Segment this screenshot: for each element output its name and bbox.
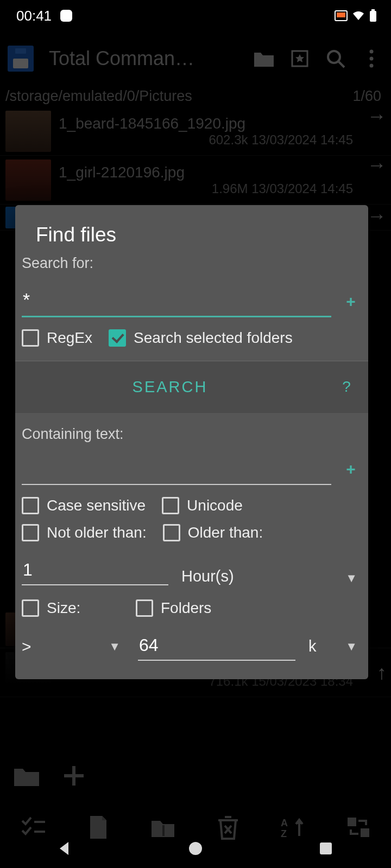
add-text-button[interactable]: + [340, 460, 362, 485]
path-row: /storage/emulated/0/Pictures 1/60 [0, 86, 391, 107]
search-for-input[interactable] [22, 285, 331, 317]
overflow-icon [360, 47, 383, 71]
search-button[interactable]: SEARCH [15, 378, 325, 396]
regex-checkbox[interactable]: RegEx [22, 329, 92, 347]
svg-point-15 [189, 842, 202, 855]
file-row: 1_girl-2120196.jpg 1.96M 13/03/2024 14:4… [0, 156, 391, 205]
size-op-value: > [22, 637, 31, 656]
size-unit-value: k [308, 637, 317, 655]
arrow-right-icon: → [367, 154, 387, 176]
checkbox-icon [22, 497, 39, 514]
folders-label: Folders [161, 599, 211, 617]
folder-icon [13, 764, 40, 787]
thumbnail [5, 159, 51, 201]
case-sensitive-checkbox[interactable]: Case sensitive [22, 497, 146, 514]
ssf-label: Search selected folders [134, 329, 293, 347]
quick-toolbar [0, 749, 391, 803]
file-meta: 1.96M 13/03/2024 14:45 [212, 181, 391, 196]
folder-icon [252, 47, 276, 71]
nav-back-button[interactable] [55, 839, 75, 858]
svg-rect-3 [371, 9, 375, 11]
file-name: 1_girl-2120196.jpg [59, 164, 391, 181]
current-path: /storage/emulated/0/Pictures [5, 88, 192, 105]
containing-label: Containing text: [22, 423, 362, 443]
app-bar: Total Comman… [0, 31, 391, 86]
checkbox-icon [163, 524, 180, 541]
arrow-up-icon: ↑ [377, 661, 387, 684]
not-older-than-checkbox[interactable]: Not older than: [22, 524, 147, 541]
app-icon [8, 46, 34, 72]
size-checkbox[interactable]: Size: [22, 599, 119, 617]
svg-point-9 [370, 64, 374, 68]
checkbox-icon [162, 497, 179, 514]
older-than-checkbox[interactable]: Older than: [163, 524, 263, 541]
thumbnail [5, 111, 51, 152]
chevron-down-icon: ▼ [104, 640, 125, 654]
search-icon [324, 47, 348, 71]
status-bar: 00:41 [0, 0, 391, 31]
older-label: Older than: [188, 524, 263, 541]
case-label: Case sensitive [47, 497, 146, 514]
svg-text:A: A [281, 818, 288, 828]
svg-point-8 [370, 57, 374, 61]
checkbox-icon [22, 524, 39, 541]
age-value-input[interactable] [22, 557, 168, 585]
dialog-title: Find files [15, 224, 368, 252]
battery-icon [369, 9, 377, 22]
notification-icon [60, 10, 72, 22]
regex-label: RegEx [47, 329, 92, 347]
arrow-right-icon: → [367, 205, 387, 227]
checkbox-icon [136, 599, 153, 617]
unicode-label: Unicode [187, 497, 243, 514]
cast-icon [335, 10, 348, 21]
svg-rect-2 [370, 11, 376, 22]
nav-bar [0, 829, 391, 868]
wifi-icon [352, 10, 365, 21]
chevron-down-icon: ▼ [341, 640, 362, 654]
checkbox-icon [22, 599, 39, 617]
unicode-checkbox[interactable]: Unicode [162, 497, 243, 514]
chevron-down-icon: ▼ [341, 571, 362, 585]
help-button[interactable]: ? [325, 378, 368, 395]
checkbox-icon [22, 329, 39, 347]
bookmark-icon [288, 47, 312, 71]
size-label: Size: [47, 599, 80, 617]
not-older-label: Not older than: [47, 524, 147, 541]
svg-point-7 [370, 50, 374, 54]
file-counter: 1/60 [352, 88, 381, 105]
arrow-right-icon: → [367, 105, 387, 127]
plus-icon [62, 764, 86, 788]
file-meta: 602.3k 13/03/2024 14:45 [209, 132, 391, 148]
svg-rect-16 [320, 843, 332, 854]
svg-point-5 [328, 51, 340, 63]
svg-rect-4 [292, 51, 307, 66]
svg-rect-13 [348, 818, 356, 826]
svg-rect-1 [337, 12, 345, 17]
app-title: Total Comman… [49, 47, 240, 70]
nav-home-button[interactable] [186, 839, 205, 858]
file-name: 1_beard-1845166_1920.jpg [59, 115, 391, 132]
age-unit-select[interactable]: Hour(s) [181, 567, 328, 585]
size-value-input[interactable] [138, 632, 295, 661]
file-row: 1_beard-1845166_1920.jpg 602.3k 13/03/20… [0, 107, 391, 156]
checkbox-checked-icon [109, 329, 126, 347]
search-for-label: Search for: [22, 252, 362, 272]
folders-checkbox[interactable]: Folders [136, 599, 211, 617]
search-selected-folders-checkbox[interactable]: Search selected folders [109, 329, 293, 347]
nav-recent-button[interactable] [316, 839, 336, 858]
size-unit-select[interactable]: k ▼ [308, 637, 362, 655]
clock: 00:41 [16, 8, 52, 24]
add-pattern-button[interactable]: + [340, 292, 362, 317]
svg-line-6 [339, 62, 344, 67]
find-files-dialog: Find files Search for: + RegEx Search se… [15, 205, 368, 679]
size-operator-select[interactable]: > ▼ [22, 637, 125, 656]
containing-text-input[interactable] [22, 456, 331, 485]
